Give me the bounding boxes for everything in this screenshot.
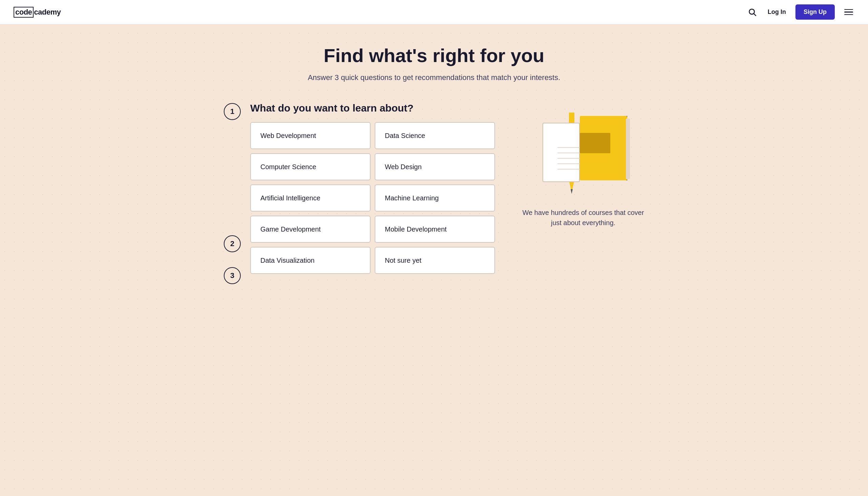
option-card-0[interactable]: Web Development (250, 122, 371, 149)
hero-section: Find what's right for you Answer 3 quick… (224, 45, 644, 82)
notebook-line (557, 153, 583, 153)
option-card-1[interactable]: Data Science (375, 122, 495, 149)
logo: codecademy (14, 7, 61, 18)
question-section: What do you want to learn about? Web Dev… (250, 103, 495, 284)
option-card-8[interactable]: Data Visualization (250, 247, 371, 274)
step-3-circle: 3 (224, 267, 241, 284)
menu-bar-3 (844, 14, 853, 15)
search-icon (748, 8, 757, 17)
option-card-6[interactable]: Game Development (250, 216, 371, 243)
hero-subtitle: Answer 3 quick questions to get recommen… (224, 73, 644, 82)
header: codecademy Log In Sign Up (0, 0, 868, 25)
quiz-steps-area: 1 2 3 What do you want to learn about? (224, 103, 495, 284)
notebook-lines (557, 147, 583, 170)
option-card-5[interactable]: Machine Learning (375, 184, 495, 212)
step-2-circle: 2 (224, 235, 241, 252)
illustration-caption: We have hundreds of courses that cover j… (522, 207, 644, 228)
notebook-white (542, 123, 580, 182)
notebook-line (557, 169, 583, 170)
notebook-line (557, 164, 583, 164)
logo-text: codecademy (14, 7, 61, 18)
notebook-line (557, 158, 583, 159)
question-title: What do you want to learn about? (250, 103, 495, 114)
search-button[interactable] (747, 6, 758, 18)
book-cover-rect (580, 133, 610, 153)
book-main (580, 116, 627, 180)
book-pages (626, 119, 630, 179)
login-button[interactable]: Log In (766, 6, 787, 18)
menu-button[interactable] (843, 8, 854, 17)
quiz-left: 1 2 3 What do you want to learn about? (224, 103, 495, 284)
options-grid: Web DevelopmentData ScienceComputer Scie… (250, 122, 495, 274)
pencil-graphite (571, 189, 573, 194)
quiz-layout: 1 2 3 What do you want to learn about? (224, 103, 644, 284)
option-card-9[interactable]: Not sure yet (375, 247, 495, 274)
signup-button[interactable]: Sign Up (795, 4, 835, 20)
logo-box-code: code (14, 7, 34, 18)
option-card-2[interactable]: Computer Science (250, 153, 371, 180)
step-1-circle: 1 (224, 103, 241, 120)
step-numbers-column: 1 2 3 (224, 103, 241, 284)
hero-title: Find what's right for you (224, 45, 644, 66)
main-content: Find what's right for you Answer 3 quick… (197, 25, 671, 311)
header-nav: Log In Sign Up (747, 4, 854, 20)
svg-line-1 (754, 14, 756, 16)
notebook-line (557, 147, 583, 148)
menu-bar-1 (844, 9, 853, 10)
menu-bar-2 (844, 12, 853, 13)
option-card-7[interactable]: Mobile Development (375, 216, 495, 243)
option-card-3[interactable]: Web Design (375, 153, 495, 180)
svg-point-0 (749, 9, 755, 14)
illustration (532, 109, 634, 197)
option-card-4[interactable]: Artificial Intelligence (250, 184, 371, 212)
quiz-right: We have hundreds of courses that cover j… (522, 103, 644, 228)
